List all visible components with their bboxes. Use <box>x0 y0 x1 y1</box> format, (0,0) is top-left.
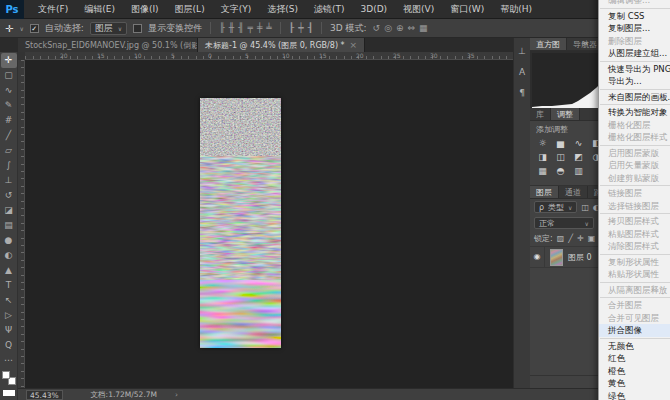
auto-select-dropdown[interactable]: 图层 ∨ <box>90 22 127 35</box>
auto-select-checkbox[interactable]: ✓ <box>30 24 39 33</box>
panel-tab-1[interactable]: 调整 <box>551 108 580 120</box>
icon-lock-position[interactable]: ✛ <box>577 234 584 243</box>
dock-paragraph-panel[interactable]: ¶ <box>515 87 529 99</box>
context-menu-item-copy-layer-style[interactable]: 拷贝图层样式 <box>599 215 670 228</box>
panel-tab-1[interactable]: 通道 <box>559 186 588 198</box>
icon-3d-roll[interactable]: ◎ <box>384 23 392 33</box>
menu-3[interactable]: 图层(L) <box>167 0 213 19</box>
tool-direct-selection-tool[interactable]: ▷ <box>1 308 17 323</box>
show-transform-checkbox[interactable] <box>133 24 142 33</box>
zoom-level-field[interactable]: 45.43% <box>26 390 63 400</box>
tool-eyedropper-tool[interactable]: ╱ <box>1 128 17 143</box>
adjustment-adj-curves[interactable]: ∿ <box>572 137 585 149</box>
icon-distribute-right[interactable]: ┨ <box>308 23 313 33</box>
ruler-origin-corner[interactable] <box>18 52 25 60</box>
tool-pen-tool[interactable]: ▲ <box>1 263 17 278</box>
adjustment-adj-invert[interactable]: ◓ <box>554 165 567 177</box>
vertical-ruler[interactable] <box>18 60 25 388</box>
context-menu-item-paste-shape-attributes[interactable]: 粘贴形状属性 <box>599 268 670 281</box>
context-menu-item-delete-layer[interactable]: 删除图层 <box>599 35 670 48</box>
menu-10[interactable]: 帮助(H) <box>492 0 540 19</box>
icon-lock-image-pixels[interactable]: ╱ <box>568 234 573 243</box>
adjustment-adj-black-white[interactable]: ◩ <box>572 151 585 163</box>
icon-filter-pixel-layers[interactable]: ◫ <box>581 203 589 212</box>
icon-3d-rotate[interactable]: ↺ <box>373 23 381 33</box>
context-menu-item-edit-adjustment[interactable]: 编辑调整... <box>599 0 670 7</box>
context-menu-item-color-red[interactable]: 红色 <box>599 352 670 365</box>
menu-5[interactable]: 选择(S) <box>259 0 306 19</box>
context-menu-item-select-linked-layers[interactable]: 选择链接图层 <box>599 200 670 213</box>
panel-tab-0[interactable]: 图层 <box>530 186 559 198</box>
context-menu-item-flatten-image[interactable]: 拼合图像 <box>599 324 670 337</box>
tool-crop-tool[interactable]: # <box>1 113 17 128</box>
tool-rectangular-marquee-tool[interactable]: ▢ <box>1 68 17 83</box>
context-menu-item-release-from-isolation[interactable]: 从隔离图层释放 <box>599 284 670 297</box>
icon-lock-all[interactable]: ▣ <box>588 234 596 243</box>
context-menu-item-export-as[interactable]: 导出为... <box>599 75 670 88</box>
tool-preset-caret-icon[interactable]: ∨ <box>19 25 23 32</box>
context-menu-item-merge-layers[interactable]: 合并图层 <box>599 299 670 312</box>
tool-clone-stamp-tool[interactable]: ⊥ <box>1 173 17 188</box>
icon-align-top-edges[interactable]: ╤ <box>248 23 253 33</box>
tool-edit-toolbar-ellipsis[interactable]: ⋯ <box>1 353 17 368</box>
adjustment-adj-posterize[interactable]: ▥ <box>572 165 585 177</box>
adjustment-adj-hue-saturation[interactable]: ◨ <box>536 151 549 163</box>
layer-name[interactable]: 图层 0 <box>568 252 592 263</box>
menu-6[interactable]: 滤镜(T) <box>306 0 353 19</box>
foreground-color-swatch[interactable] <box>2 371 10 379</box>
context-menu-item-paste-layer-style[interactable]: 粘贴图层样式 <box>599 228 670 241</box>
context-menu-item-artboard-from-layers[interactable]: 来自图层的画板... <box>599 91 670 104</box>
context-menu-item-color-orange[interactable]: 橙色 <box>599 365 670 378</box>
dock-clone-source-panel[interactable]: ⊥ <box>515 45 529 57</box>
tool-quick-selection-tool[interactable]: ✎ <box>1 98 17 113</box>
layer-filter-dropdown[interactable]: ρ 类型 ∨ <box>534 201 577 213</box>
tool-path-selection-tool[interactable]: ↖ <box>1 293 17 308</box>
icon-align-right-edges[interactable]: ╢ <box>238 23 243 33</box>
context-menu-item-color-green[interactable]: 绿色 <box>599 390 670 400</box>
context-menu-item-clear-layer-style[interactable]: 清除图层样式 <box>599 240 670 253</box>
tool-hand-tool[interactable]: Ψ <box>1 323 17 338</box>
context-menu-item-convert-smart-object[interactable]: 转换为智能对象 <box>599 106 670 119</box>
icon-distribute-left[interactable]: ┠ <box>289 23 294 33</box>
tool-type-tool[interactable]: T <box>1 278 17 293</box>
canvas-image[interactable] <box>200 98 281 348</box>
icon-distribute-centers[interactable]: ┿ <box>298 23 303 33</box>
context-menu-item-duplicate-layer[interactable]: 复制图层... <box>599 22 670 35</box>
tool-gradient-tool[interactable]: ▤ <box>1 218 17 233</box>
icon-align-v-centers[interactable]: ╪ <box>257 23 262 33</box>
menu-7[interactable]: 3D(D) <box>352 0 395 19</box>
adjustment-adj-color-lookup[interactable]: ▦ <box>536 165 549 177</box>
icon-align-h-centers[interactable]: ╫ <box>229 23 234 33</box>
tool-lasso-tool[interactable]: ∿ <box>1 83 17 98</box>
menu-0[interactable]: 文件(F) <box>30 0 76 19</box>
tool-history-brush-tool[interactable]: ↺ <box>1 188 17 203</box>
adjustment-adj-brightness-contrast[interactable]: ☼ <box>536 137 549 149</box>
context-menu-item-create-clipping-mask[interactable]: 创建剪贴蒙版 <box>599 172 670 185</box>
tool-move-tool[interactable]: ✛ <box>1 53 17 68</box>
adjustment-adj-color-balance[interactable]: ◫ <box>554 151 567 163</box>
context-menu-item-no-color[interactable]: 无颜色 <box>599 340 670 353</box>
context-menu-item-quick-export-png[interactable]: 快速导出为 PNG <box>599 63 670 76</box>
status-chevron-icon[interactable]: › <box>175 390 178 399</box>
close-icon[interactable]: × <box>350 40 358 50</box>
context-menu-item-link-layers[interactable]: 链接图层 <box>599 187 670 200</box>
menu-9[interactable]: 窗口(W) <box>442 0 492 19</box>
context-menu-item-group-from-layers[interactable]: 从图层建立组... <box>599 47 670 60</box>
context-menu-item-merge-visible[interactable]: 合并可见图层 <box>599 312 670 325</box>
collapse-panels-icon[interactable]: « <box>583 38 589 48</box>
context-menu-item-enable-layer-mask[interactable]: 启用图层蒙版 <box>599 147 670 160</box>
color-swatches[interactable] <box>2 371 16 385</box>
icon-align-bottom-edges[interactable]: ╧ <box>266 23 271 33</box>
document-tab-untitled[interactable]: 未标题-1 @ 45.4% (图层 0, RGB/8) * × <box>198 38 365 52</box>
context-menu-item-copy-shape-attributes[interactable]: 复制形状属性 <box>599 256 670 269</box>
icon-3d-drag[interactable]: ⊕ <box>396 23 404 33</box>
menu-4[interactable]: 文字(Y) <box>213 0 260 19</box>
menu-8[interactable]: 视图(V) <box>395 0 442 19</box>
menu-1[interactable]: 编辑(E) <box>76 0 123 19</box>
layer-thumbnail[interactable] <box>550 249 563 266</box>
blend-mode-dropdown[interactable]: 正常 ∨ <box>534 217 594 229</box>
panel-tab-0[interactable]: 直方图 <box>530 38 567 50</box>
layer-visibility-eye-icon[interactable]: ◉ <box>530 246 545 268</box>
context-menu-item-rasterize-layer-style[interactable]: 栅格化图层样式 <box>599 131 670 144</box>
icon-3d-slide[interactable]: ⇔ <box>408 23 416 33</box>
